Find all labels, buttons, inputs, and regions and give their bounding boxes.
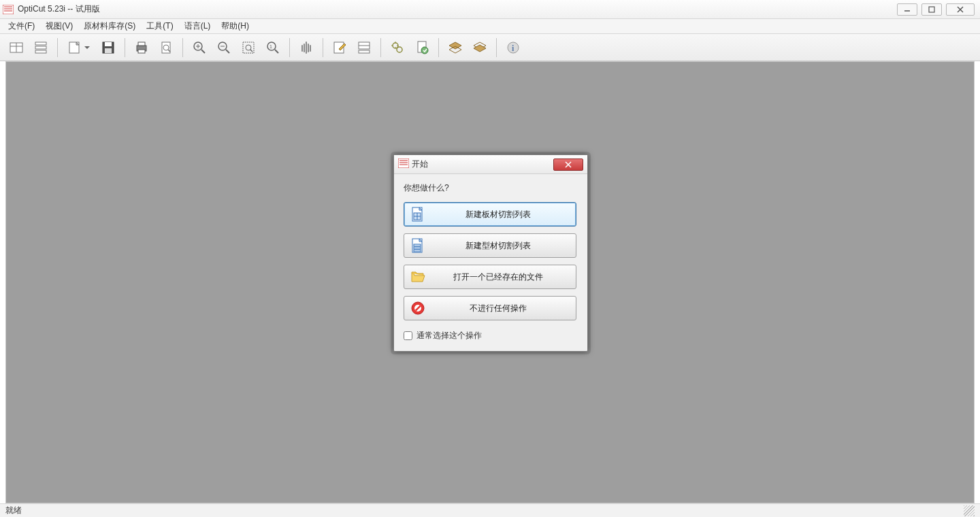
app-icon: [398, 159, 409, 170]
dialog-prompt: 你想做什么?: [404, 182, 578, 194]
toolbar-layers-button[interactable]: [444, 37, 467, 59]
menu-help[interactable]: 帮助(H): [216, 19, 255, 33]
toolbar-new-profile-button[interactable]: [29, 37, 52, 59]
svg-rect-11: [35, 42, 46, 45]
app-icon: [3, 5, 14, 14]
minimize-button[interactable]: [897, 3, 917, 16]
menu-tools[interactable]: 工具(T): [141, 19, 178, 33]
toolbar-sep: [289, 38, 290, 57]
svg-rect-5: [929, 7, 934, 12]
toolbar-zoom-100-button[interactable]: 1: [261, 37, 284, 59]
toolbar-sep: [438, 38, 439, 57]
start-dialog: 开始 你想做什么? 新建板材切割列表 新建型材切割列表 打开一个已经存在的文件: [393, 154, 588, 352]
toolbar-sep: [182, 38, 183, 57]
toolbar-new-panel-button[interactable]: [5, 37, 28, 59]
toolbar-report-button[interactable]: [410, 37, 434, 59]
svg-rect-41: [359, 50, 370, 53]
toolbar-stock-button[interactable]: [468, 37, 491, 59]
toolbar-zoom-fit-button[interactable]: [237, 37, 260, 59]
toolbar-pan-button[interactable]: [295, 37, 318, 59]
titlebar: OptiCut 5.23i -- 试用版: [0, 0, 980, 19]
status-text: 就绪: [5, 505, 22, 516]
svg-rect-20: [138, 42, 145, 46]
dialog-title: 开始: [412, 159, 428, 170]
menu-view[interactable]: 视图(V): [40, 19, 78, 33]
toolbar-sep: [57, 38, 58, 57]
panel-doc-icon: [410, 206, 426, 222]
menubar: 文件(F) 视图(V) 原材料库存(S) 工具(T) 语言(L) 帮助(H): [0, 19, 980, 34]
svg-point-43: [397, 47, 402, 52]
toolbar-sep: [125, 38, 125, 57]
toolbar-preview-button[interactable]: [154, 37, 178, 59]
svg-rect-18: [105, 48, 112, 53]
svg-rect-17: [105, 42, 112, 46]
new-panel-list-button[interactable]: 新建板材切割列表: [404, 202, 576, 227]
svg-rect-65: [414, 244, 421, 246]
toolbar-zoom-in-button[interactable]: [188, 37, 211, 59]
svg-text:1: 1: [270, 44, 272, 49]
toolbar-open-button[interactable]: [63, 37, 95, 59]
toolbar-save-button[interactable]: [97, 37, 120, 59]
default-action-checkbox-row: 通常选择这个操作: [404, 330, 578, 341]
svg-line-34: [250, 50, 252, 52]
svg-rect-66: [414, 247, 421, 249]
close-button[interactable]: [946, 3, 975, 16]
toolbar-sep: [323, 38, 323, 57]
svg-marker-49: [474, 45, 486, 52]
button-label: 不进行任何操作: [426, 303, 570, 314]
maximize-button[interactable]: [921, 3, 942, 16]
svg-line-36: [275, 50, 278, 53]
resize-grip[interactable]: [964, 505, 975, 516]
default-action-checkbox[interactable]: [404, 331, 412, 340]
toolbar-edit-button[interactable]: [328, 37, 351, 59]
toolbar: 1 i: [0, 34, 980, 61]
toolbar-info-button[interactable]: i: [502, 37, 525, 59]
toolbar-parts-button[interactable]: [353, 37, 376, 59]
dialog-close-button[interactable]: [553, 159, 583, 171]
svg-rect-52: [398, 159, 409, 168]
svg-point-33: [246, 45, 251, 50]
new-profile-list-button[interactable]: 新建型材切割列表: [404, 233, 576, 258]
toolbar-print-button[interactable]: [130, 37, 153, 59]
no-action-icon: [410, 300, 426, 316]
svg-line-30: [226, 50, 229, 53]
menu-stock[interactable]: 原材料库存(S): [78, 19, 141, 33]
open-existing-button[interactable]: 打开一个已经存在的文件: [404, 265, 576, 289]
svg-marker-46: [449, 42, 461, 49]
svg-rect-21: [138, 50, 145, 53]
button-label: 新建型材切割列表: [426, 240, 570, 252]
checkbox-label: 通常选择这个操作: [416, 330, 482, 341]
toolbar-optimize-button[interactable]: [386, 37, 409, 59]
button-label: 新建板材切割列表: [426, 209, 570, 220]
chevron-down-icon: [84, 46, 90, 49]
do-nothing-button[interactable]: 不进行任何操作: [404, 296, 576, 320]
svg-line-26: [201, 50, 205, 53]
svg-rect-0: [3, 5, 14, 14]
window-controls: [897, 3, 977, 16]
folder-open-icon: [410, 269, 426, 285]
toolbar-sep: [380, 38, 381, 57]
toolbar-zoom-out-button[interactable]: [212, 37, 235, 59]
dialog-body: 你想做什么? 新建板材切割列表 新建型材切割列表 打开一个已经存在的文件 不进行…: [394, 174, 587, 351]
menu-language[interactable]: 语言(L): [179, 19, 216, 33]
window-title: OptiCut 5.23i -- 试用版: [18, 3, 100, 15]
button-label: 打开一个已经存在的文件: [426, 271, 570, 283]
toolbar-sep: [496, 38, 497, 57]
profile-doc-icon: [410, 237, 426, 254]
statusbar: 就绪: [0, 503, 980, 517]
svg-point-45: [421, 47, 428, 54]
svg-rect-67: [414, 250, 421, 252]
svg-rect-12: [35, 46, 46, 49]
svg-rect-13: [35, 50, 46, 53]
dialog-titlebar: 开始: [394, 155, 587, 174]
menu-file[interactable]: 文件(F): [3, 19, 40, 33]
